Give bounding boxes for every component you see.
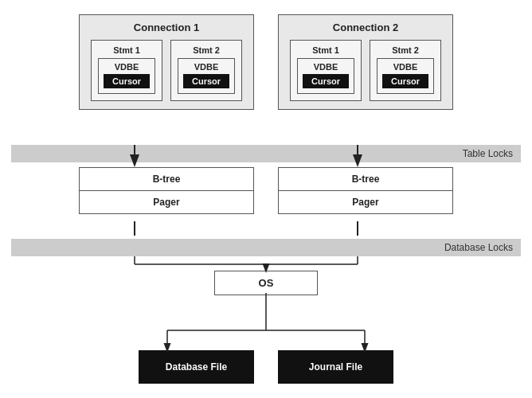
table-locks-label: Table Locks (463, 148, 513, 159)
stmt-1-2-label: Stmt 2 (178, 45, 235, 55)
connection-2-label: Connection 2 (287, 21, 444, 33)
vdbe-1-1-box: VDBE Cursor (98, 58, 155, 94)
cursor-2-2-box: Cursor (382, 74, 428, 88)
stmt-1-1-label: Stmt 1 (98, 45, 155, 55)
db-locks-label: Database Locks (444, 242, 513, 253)
pager-1-label: Pager (80, 191, 253, 213)
journal-file-box: Journal File (278, 350, 393, 384)
database-file-box: Database File (139, 350, 254, 384)
connection-1-stmts: Stmt 1 VDBE Cursor Stmt 2 VDBE Cursor (88, 40, 245, 101)
vdbe-1-2-label: VDBE (183, 62, 229, 72)
cursor-1-2-box: Cursor (183, 74, 229, 88)
vdbe-2-1-box: VDBE Cursor (297, 58, 354, 94)
pager-2-label: Pager (279, 191, 452, 213)
btree-1-label: B-tree (80, 168, 253, 191)
vdbe-1-1-label: VDBE (104, 62, 150, 72)
btree-row: B-tree Pager B-tree Pager (11, 167, 521, 214)
stmt-1-1-box: Stmt 1 VDBE Cursor (91, 40, 162, 101)
connection-2-box: Connection 2 Stmt 1 VDBE Cursor Stmt 2 V… (278, 14, 453, 110)
stmt-2-1-label: Stmt 1 (297, 45, 354, 55)
vdbe-2-2-box: VDBE Cursor (377, 58, 434, 94)
connection-2-stmts: Stmt 1 VDBE Cursor Stmt 2 VDBE Cursor (287, 40, 444, 101)
os-box: OS (214, 271, 318, 295)
stmt-2-1-box: Stmt 1 VDBE Cursor (290, 40, 362, 101)
diagram: Connection 1 Stmt 1 VDBE Cursor Stmt 2 V… (11, 8, 521, 390)
stmt-2-2-box: Stmt 2 VDBE Cursor (370, 40, 441, 101)
connection-1-label: Connection 1 (88, 21, 245, 33)
cursor-2-1-box: Cursor (303, 74, 349, 88)
cursor-1-1-box: Cursor (104, 74, 150, 88)
btree-pager-2-box: B-tree Pager (278, 167, 453, 214)
db-locks-band: Database Locks (11, 239, 521, 256)
stmt-2-2-label: Stmt 2 (377, 45, 434, 55)
connection-1-box: Connection 1 Stmt 1 VDBE Cursor Stmt 2 V… (79, 14, 254, 110)
stmt-1-2-box: Stmt 2 VDBE Cursor (170, 40, 242, 101)
vdbe-2-1-label: VDBE (303, 62, 349, 72)
btree-2-label: B-tree (279, 168, 452, 191)
table-locks-band: Table Locks (11, 145, 521, 162)
files-row: Database File Journal File (11, 350, 521, 384)
btree-pager-1-box: B-tree Pager (79, 167, 254, 214)
vdbe-1-2-box: VDBE Cursor (178, 58, 235, 94)
vdbe-2-2-label: VDBE (382, 62, 428, 72)
connections-row: Connection 1 Stmt 1 VDBE Cursor Stmt 2 V… (11, 14, 521, 110)
